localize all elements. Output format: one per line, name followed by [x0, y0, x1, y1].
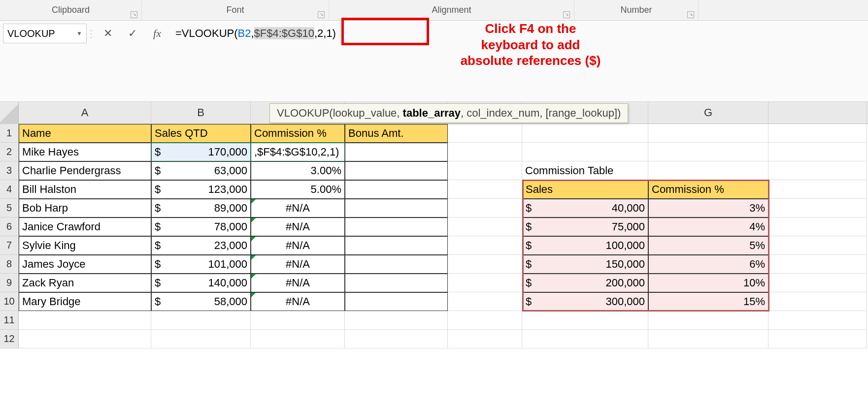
- cell-a10[interactable]: Mary Bridge: [19, 292, 151, 311]
- cell-b3[interactable]: $63,000: [151, 161, 251, 180]
- cell-e10[interactable]: [448, 292, 522, 311]
- row-header[interactable]: 12: [0, 330, 19, 348]
- cell-d4[interactable]: [345, 180, 448, 199]
- cell-g5[interactable]: 3%: [648, 199, 768, 218]
- row-header[interactable]: 7: [0, 236, 19, 255]
- cell-g10[interactable]: 15%: [648, 292, 768, 311]
- cell-f12[interactable]: [522, 330, 648, 348]
- cell-c7[interactable]: #N/A: [251, 236, 345, 255]
- cell-f4[interactable]: Sales: [522, 180, 648, 199]
- cell-d6[interactable]: [345, 218, 448, 236]
- row-header[interactable]: 10: [0, 292, 19, 311]
- cell-f11[interactable]: [522, 311, 648, 330]
- dialog-launcher-icon[interactable]: [131, 11, 137, 18]
- cell-h3[interactable]: [768, 161, 867, 180]
- cell-d10[interactable]: [345, 292, 448, 311]
- cell-e11[interactable]: [448, 311, 522, 330]
- cell-d12[interactable]: [345, 330, 448, 348]
- cell-c6[interactable]: #N/A: [251, 218, 345, 236]
- row-header[interactable]: 3: [0, 161, 19, 180]
- cell-b9[interactable]: $140,000: [151, 274, 251, 292]
- cell-h1[interactable]: [768, 124, 867, 143]
- cell-e5[interactable]: [448, 199, 522, 218]
- chevron-down-icon[interactable]: ▼: [76, 30, 82, 37]
- cell-g3[interactable]: [648, 161, 768, 180]
- row-header[interactable]: 1: [0, 124, 19, 143]
- cell-c9[interactable]: #N/A: [251, 274, 345, 292]
- cell-a11[interactable]: [19, 311, 151, 330]
- cell-d7[interactable]: [345, 236, 448, 255]
- cell-d2[interactable]: [345, 143, 448, 161]
- cell-b8[interactable]: $101,000: [151, 255, 251, 274]
- cell-b12[interactable]: [151, 330, 251, 348]
- cell-d9[interactable]: [345, 274, 448, 292]
- cell-g4[interactable]: Commission %: [648, 180, 768, 199]
- cell-e8[interactable]: [448, 255, 522, 274]
- cell-e9[interactable]: [448, 274, 522, 292]
- row-header[interactable]: 6: [0, 218, 19, 236]
- cell-g1[interactable]: [648, 124, 768, 143]
- cell-b10[interactable]: $58,000: [151, 292, 251, 311]
- cell-e4[interactable]: [448, 180, 522, 199]
- cell-f9[interactable]: $200,000: [522, 274, 648, 292]
- cell-a3[interactable]: Charlie Pendergrass: [19, 161, 151, 180]
- cell-g9[interactable]: 10%: [648, 274, 768, 292]
- cell-a8[interactable]: James Joyce: [19, 255, 151, 274]
- select-all-corner[interactable]: [0, 102, 19, 124]
- cell-a6[interactable]: Janice Crawford: [19, 218, 151, 236]
- row-header[interactable]: 4: [0, 180, 19, 199]
- cell-f2[interactable]: [522, 143, 648, 161]
- cell-d1[interactable]: Bonus Amt.: [345, 124, 448, 143]
- cell-e12[interactable]: [448, 330, 522, 348]
- col-header-a[interactable]: A: [19, 102, 151, 124]
- col-header-b[interactable]: B: [151, 102, 251, 124]
- cell-h2[interactable]: [768, 143, 867, 161]
- cell-c2[interactable]: ,$F$4:$G$10,2,1): [251, 143, 345, 161]
- cell-a7[interactable]: Sylvie King: [19, 236, 151, 255]
- cell-g11[interactable]: [648, 311, 768, 330]
- cell-h11[interactable]: [768, 311, 867, 330]
- cell-h12[interactable]: [768, 330, 867, 348]
- name-box[interactable]: VLOOKUP ▼: [3, 24, 87, 43]
- cell-f5[interactable]: $40,000: [522, 199, 648, 218]
- row-header[interactable]: 11: [0, 311, 19, 330]
- cell-f10[interactable]: $300,000: [522, 292, 648, 311]
- cell-f1[interactable]: [522, 124, 648, 143]
- cell-h7[interactable]: [768, 236, 867, 255]
- cell-d5[interactable]: [345, 199, 448, 218]
- cell-c3[interactable]: 3.00%: [251, 161, 345, 180]
- cell-c11[interactable]: [251, 311, 345, 330]
- accept-formula-button[interactable]: ✓: [120, 24, 145, 43]
- cancel-formula-button[interactable]: ✕: [96, 24, 120, 43]
- cell-h8[interactable]: [768, 255, 867, 274]
- cell-e1[interactable]: [448, 124, 522, 143]
- cell-h5[interactable]: [768, 199, 867, 218]
- cell-b6[interactable]: $78,000: [151, 218, 251, 236]
- cell-d3[interactable]: [345, 161, 448, 180]
- cell-e2[interactable]: [448, 143, 522, 161]
- cell-h6[interactable]: [768, 218, 867, 236]
- cell-f7[interactable]: $100,000: [522, 236, 648, 255]
- cell-a1[interactable]: Name: [19, 124, 151, 143]
- cell-b2[interactable]: $170,000: [151, 143, 251, 161]
- cell-d11[interactable]: [345, 311, 448, 330]
- cell-d8[interactable]: [345, 255, 448, 274]
- row-header[interactable]: 9: [0, 274, 19, 292]
- cell-f6[interactable]: $75,000: [522, 218, 648, 236]
- cell-e7[interactable]: [448, 236, 522, 255]
- cell-c10[interactable]: #N/A: [251, 292, 345, 311]
- row-header[interactable]: 8: [0, 255, 19, 274]
- cell-g7[interactable]: 5%: [648, 236, 768, 255]
- cell-c8[interactable]: #N/A: [251, 255, 345, 274]
- cell-h9[interactable]: [768, 274, 867, 292]
- cell-c5[interactable]: #N/A: [251, 199, 345, 218]
- cell-a9[interactable]: Zack Ryan: [19, 274, 151, 292]
- cell-g12[interactable]: [648, 330, 768, 348]
- dialog-launcher-icon[interactable]: [318, 11, 325, 18]
- cell-h4[interactable]: [768, 180, 867, 199]
- dialog-launcher-icon[interactable]: [563, 11, 570, 18]
- cell-b1[interactable]: Sales QTD: [151, 124, 251, 143]
- cell-f8[interactable]: $150,000: [522, 255, 648, 274]
- cell-b4[interactable]: $123,000: [151, 180, 251, 199]
- cell-e6[interactable]: [448, 218, 522, 236]
